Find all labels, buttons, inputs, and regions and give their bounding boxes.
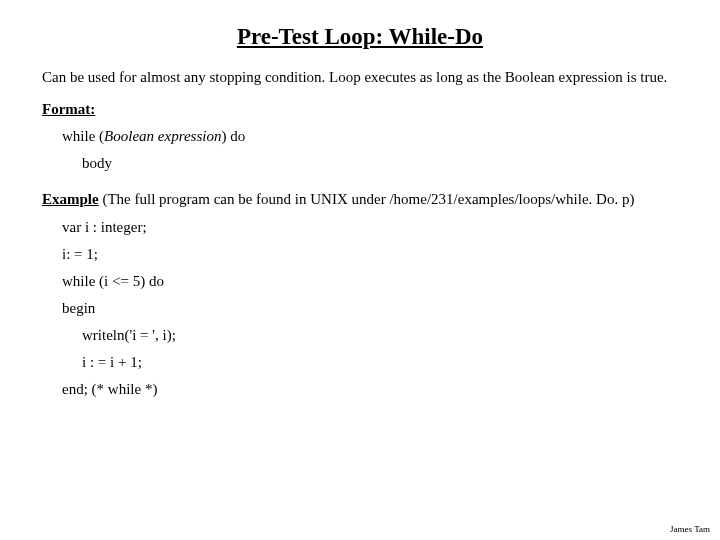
footer-author: James Tam [670, 524, 710, 534]
while-prefix: while ( [62, 128, 104, 144]
code-line-increment: i : = i + 1; [42, 354, 680, 371]
content-body: Can be used for almost any stopping cond… [0, 68, 720, 398]
example-heading: Example (The full program can be found i… [42, 190, 680, 209]
format-body-line: body [42, 155, 680, 172]
while-suffix: ) do [221, 128, 245, 144]
example-label-leading: Example [42, 191, 99, 207]
intro-text: Can be used for almost any stopping cond… [42, 68, 680, 87]
page-title: Pre-Test Loop: While-Do [0, 24, 720, 50]
format-heading: Format: [42, 101, 680, 118]
code-line-var: var i : integer; [42, 219, 680, 236]
format-syntax-line: while (Boolean expression) do [42, 128, 680, 145]
example-label-rest: (The full program can be found in UNIX u… [99, 191, 635, 207]
code-line-while: while (i <= 5) do [42, 273, 680, 290]
while-boolean-expression: Boolean expression [104, 128, 221, 144]
code-line-begin: begin [42, 300, 680, 317]
code-line-init: i: = 1; [42, 246, 680, 263]
code-line-end: end; (* while *) [42, 381, 680, 398]
code-line-writeln: writeln('i = ', i); [42, 327, 680, 344]
